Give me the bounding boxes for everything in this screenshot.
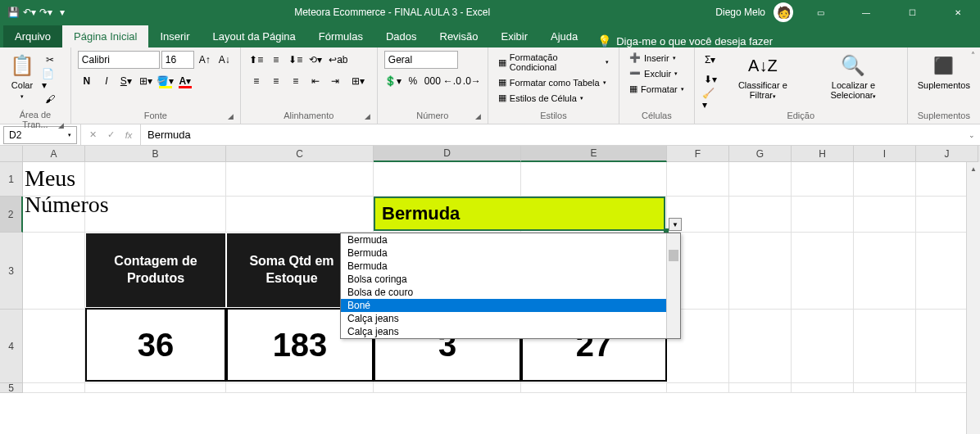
collapse-ribbon-icon[interactable]: ˄: [971, 51, 975, 60]
decrease-decimal-button[interactable]: .0→: [463, 72, 481, 90]
user-name[interactable]: Diego Melo: [715, 7, 765, 18]
vertical-scrollbar[interactable]: ▲: [966, 162, 980, 434]
copy-button[interactable]: 📄▾: [41, 70, 59, 88]
currency-button[interactable]: 💲▾: [384, 72, 402, 90]
cell-a1-title[interactable]: Meus Números: [25, 165, 109, 218]
dropdown-item[interactable]: Boné: [341, 299, 680, 312]
tab-insert[interactable]: Inserir: [148, 25, 201, 47]
row-header-5[interactable]: 5: [0, 383, 23, 393]
col-header-B[interactable]: B: [85, 146, 226, 162]
dropdown-scrollbar[interactable]: [666, 233, 680, 338]
dropdown-item[interactable]: Bermuda: [341, 246, 680, 260]
cell-styles-button[interactable]: ▦Estilos de Célula ▾: [495, 91, 587, 105]
underline-button[interactable]: S▾: [117, 72, 135, 90]
row-header-2[interactable]: 2: [0, 197, 23, 233]
align-left-button[interactable]: ≡: [247, 72, 265, 90]
format-cells-button[interactable]: ▦Formatar ▾: [626, 82, 687, 96]
row-header-1[interactable]: 1: [0, 162, 23, 197]
fill-color-button[interactable]: 🪣▾: [157, 72, 175, 90]
tab-review[interactable]: Revisão: [429, 25, 490, 47]
font-name-select[interactable]: [78, 51, 160, 69]
clear-button[interactable]: 🧹▾: [701, 90, 719, 108]
formula-input[interactable]: Bermuda: [141, 124, 964, 145]
tab-file[interactable]: Arquivo: [3, 25, 62, 47]
minimize-button[interactable]: —: [847, 0, 885, 25]
paste-button[interactable]: 📋 Colar▾: [7, 51, 38, 102]
expand-formula-bar-icon[interactable]: ⌄: [964, 131, 980, 139]
find-select-button[interactable]: 🔍 Localizar e Selecionar▾: [806, 51, 901, 102]
dropdown-scroll-thumb[interactable]: [669, 250, 678, 261]
redo-icon[interactable]: ↷▾: [39, 6, 52, 19]
header-soma[interactable]: Soma Qtd em Estoque: [226, 233, 357, 308]
align-top-button[interactable]: ⬆≡: [247, 51, 265, 69]
align-right-button[interactable]: ≡: [287, 72, 305, 90]
tell-me-search[interactable]: 💡 Diga-me o que você deseja fazer: [597, 34, 773, 47]
col-header-G[interactable]: G: [729, 146, 792, 162]
increase-font-button[interactable]: A↑: [196, 51, 214, 69]
format-painter-button[interactable]: 🖌: [41, 90, 59, 108]
format-table-button[interactable]: ▦Formatar como Tabela ▾: [495, 75, 610, 89]
conditional-format-button[interactable]: ▦Formatação Condicional ▾: [495, 51, 612, 74]
user-avatar-icon[interactable]: 🧑: [774, 2, 793, 22]
clipboard-launcher-icon[interactable]: ◢: [58, 121, 64, 129]
tab-layout[interactable]: Layout da Página: [202, 25, 307, 47]
col-header-A[interactable]: A: [23, 146, 85, 162]
font-launcher-icon[interactable]: ◢: [228, 112, 234, 120]
dropdown-item[interactable]: Bermuda: [341, 260, 680, 273]
addins-button[interactable]: ⬛ Suplementos: [914, 51, 973, 92]
dropdown-arrow-icon[interactable]: ▼: [669, 218, 682, 231]
col-header-F[interactable]: F: [667, 146, 729, 162]
border-button[interactable]: ⊞▾: [137, 72, 155, 90]
increase-indent-button[interactable]: ⇥: [326, 72, 344, 90]
cell-d2-selected[interactable]: Bermuda: [374, 197, 665, 231]
delete-cells-button[interactable]: ➖Excluir ▾: [626, 66, 681, 80]
font-size-select[interactable]: [161, 51, 194, 69]
sort-filter-button[interactable]: A↓Z Classificar e Filtrar▾: [723, 51, 803, 102]
merge-button[interactable]: ⊞▾: [346, 72, 370, 90]
comma-button[interactable]: 000: [424, 72, 442, 90]
wrap-text-button[interactable]: ↩ab: [326, 51, 351, 69]
close-button[interactable]: ✕: [939, 0, 977, 25]
fill-button[interactable]: ⬇▾: [701, 70, 719, 88]
font-color-button[interactable]: A▾: [176, 72, 194, 90]
col-header-J[interactable]: J: [916, 146, 978, 162]
increase-decimal-button[interactable]: ←.0: [443, 72, 461, 90]
decrease-indent-button[interactable]: ⇤: [306, 72, 324, 90]
row-header-3[interactable]: 3: [0, 233, 23, 310]
align-launcher-icon[interactable]: ◢: [365, 112, 370, 120]
undo-icon[interactable]: ↶▾: [23, 6, 36, 19]
header-contagem[interactable]: Contagem de Produtos: [85, 233, 226, 308]
autosum-button[interactable]: Σ▾: [701, 51, 719, 69]
scroll-up-icon[interactable]: ▲: [967, 162, 980, 176]
ribbon-options-icon[interactable]: ▭: [801, 0, 839, 25]
align-center-button[interactable]: ≡: [267, 72, 285, 90]
cut-button[interactable]: ✂: [41, 51, 59, 69]
decrease-font-button[interactable]: A↓: [216, 51, 234, 69]
number-format-select[interactable]: [384, 51, 458, 69]
accept-formula-icon[interactable]: ✓: [102, 127, 119, 143]
qat-customize-icon[interactable]: ▾: [56, 6, 69, 19]
cancel-formula-icon[interactable]: ✕: [84, 127, 101, 143]
row-header-4[interactable]: 4: [0, 310, 23, 383]
dropdown-item[interactable]: Bermuda: [341, 233, 680, 246]
col-header-H[interactable]: H: [792, 146, 854, 162]
dropdown-item[interactable]: Calça jeans: [341, 325, 680, 338]
dropdown-item[interactable]: Calça jeans: [341, 312, 680, 325]
italic-button[interactable]: I: [98, 72, 116, 90]
fx-icon[interactable]: fx: [120, 127, 137, 143]
dropdown-item[interactable]: Bolsa coringa: [341, 273, 680, 286]
insert-cells-button[interactable]: ➕Inserir ▾: [626, 51, 679, 65]
tab-help[interactable]: Ajuda: [539, 25, 589, 47]
number-launcher-icon[interactable]: ◢: [475, 112, 481, 120]
col-header-I[interactable]: I: [854, 146, 916, 162]
align-middle-button[interactable]: ≡: [267, 51, 285, 69]
orientation-button[interactable]: ⟲▾: [306, 51, 324, 69]
select-all-corner[interactable]: [0, 146, 23, 162]
col-header-D[interactable]: D: [374, 146, 521, 162]
save-icon[interactable]: 💾: [7, 6, 20, 19]
percent-button[interactable]: %: [404, 72, 422, 90]
spreadsheet-grid[interactable]: ABCDEFGHIJ 12345 Meus Números Bermuda ▼ …: [0, 146, 980, 393]
dropdown-item[interactable]: Bolsa de couro: [341, 286, 680, 299]
tab-data[interactable]: Dados: [374, 25, 429, 47]
cell-b4[interactable]: 36: [85, 308, 226, 382]
